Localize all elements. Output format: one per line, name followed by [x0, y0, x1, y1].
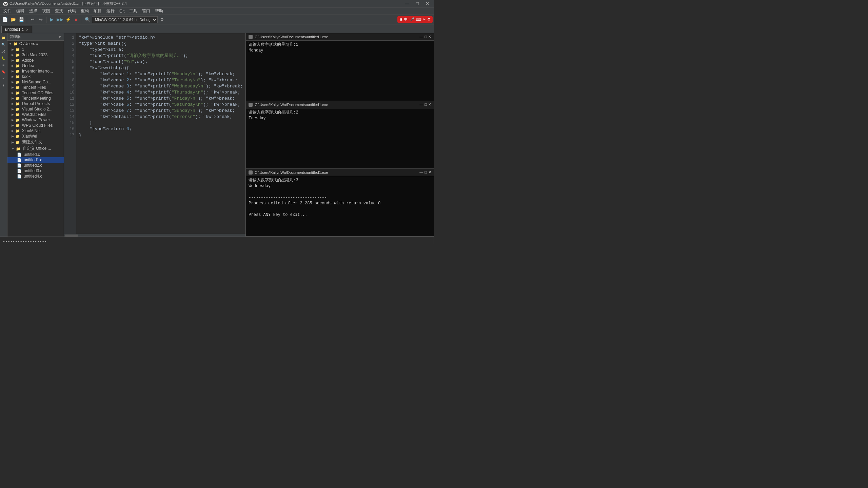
tab-close-button[interactable]: ✕ [26, 28, 28, 32]
file-tree-panel: 管理器 ▼ ▼ 📁 C:/Users » ▶📁 1▶📁 3ds Max 2023… [7, 33, 64, 237]
undo-button[interactable]: ↩ [29, 16, 36, 23]
tree-item[interactable]: ▶📁 3ds Max 2023 [7, 52, 64, 58]
term-min-1[interactable]: — [419, 102, 423, 107]
term-close-0[interactable]: ✕ [428, 35, 431, 39]
tree-root[interactable]: ▼ 📁 C:/Users » [7, 41, 64, 47]
terminal-body-0[interactable]: 请输入数字形式的星期几:1Monday [246, 41, 434, 101]
line-number: 4 [64, 53, 75, 59]
compile-run-button[interactable]: ⚡ [64, 16, 72, 23]
debug-side-icon[interactable]: 🐛 [0, 55, 6, 61]
tree-item[interactable]: ▶📁 Tencent Files [7, 85, 64, 90]
struct-icon[interactable]: ≡ [0, 62, 6, 68]
close-button[interactable]: ✕ [423, 1, 431, 6]
sogou-icon3[interactable]: ✂ [423, 17, 426, 22]
filter-icon[interactable]: ▼ [58, 35, 62, 39]
menu-item-文件[interactable]: 文件 [1, 7, 14, 15]
menu-item-视图[interactable]: 视图 [40, 7, 52, 15]
tree-item[interactable]: ▶📁 1 [7, 47, 64, 52]
tree-item[interactable]: ▶📁 WeChat Files [7, 112, 64, 117]
term-close-1[interactable]: ✕ [428, 102, 431, 107]
sogou-icon2[interactable]: ⌨ [416, 17, 421, 22]
menu-item-帮助[interactable]: 帮助 [153, 7, 165, 15]
tree-item[interactable]: ▶📁 Unreal Projects [7, 101, 64, 106]
term-max-0[interactable]: □ [425, 35, 427, 39]
menu-item-编辑[interactable]: 编辑 [14, 7, 26, 15]
tab-untitled1c[interactable]: untitled1.c ✕ [1, 26, 32, 33]
terminal-body-2[interactable]: 请输入数字形式的星期几:3Wednesday -----------------… [246, 176, 434, 236]
tree-item[interactable]: 📄 untitled4.c [7, 174, 64, 179]
tree-arrow: ▶ [12, 69, 14, 73]
tree-item[interactable]: 📄 untitled.c [7, 152, 64, 157]
tree-label: WindowsPower... [22, 118, 53, 122]
tree-label: Adobe [22, 58, 34, 63]
tree-item[interactable]: ▶📁 Adobe [7, 58, 64, 63]
run-button[interactable]: ▶▶ [56, 16, 64, 23]
tree-item[interactable]: ▶📁 XiaoWei [7, 134, 64, 139]
line-numbers: 1234567891011121314151617 [64, 33, 76, 234]
tree-item[interactable]: ▶📁 新建文件夹 [7, 139, 64, 145]
menu-item-工具[interactable]: 工具 [127, 7, 139, 15]
bottom-panel: ------------------- 错误数: 0- 警告数: 0- 输出文件… [0, 237, 434, 244]
terminal-body-1[interactable]: 请输入数字形式的星期几:2Tuesday [246, 108, 434, 168]
tree-item[interactable]: ▶📁 WPS Cloud Files [7, 123, 64, 128]
redo-button[interactable]: ↪ [37, 16, 44, 23]
menu-item-运行[interactable]: 运行 [104, 7, 117, 15]
tree-item[interactable]: 📄 untitled3.c [7, 168, 64, 174]
term-max-2[interactable]: □ [425, 170, 427, 175]
sogou-mic[interactable]: 🎤 [410, 17, 415, 22]
save-button[interactable]: 💾 [18, 16, 25, 23]
code-line: "kw">case 5: "func">printf("Friday\n"); … [79, 96, 243, 102]
menu-item-查找[interactable]: 查找 [53, 7, 65, 15]
maximize-button[interactable]: □ [414, 1, 421, 6]
term-close-2[interactable]: ✕ [428, 170, 431, 175]
menu-item-代码[interactable]: 代码 [66, 7, 78, 15]
settings-icon[interactable]: ⚙ [158, 16, 166, 23]
tree-item[interactable]: ▶📁 Gridea [7, 63, 64, 68]
tree-arrow: ▶ [12, 141, 14, 144]
tree-item[interactable]: ▶📁 TencentMeeting [7, 96, 64, 101]
tree-item[interactable]: ▶📁 Inventor Interro... [7, 68, 64, 74]
search-icon[interactable]: 🔍 [0, 41, 6, 47]
stop-button[interactable]: ■ [73, 16, 80, 23]
file-icon: 📄 [17, 163, 22, 168]
compile-button[interactable]: ▶ [48, 16, 56, 23]
menu-item-窗口[interactable]: 窗口 [140, 7, 152, 15]
editor-scrollbar[interactable] [64, 234, 246, 237]
bookmark-icon[interactable]: 🔖 [0, 68, 6, 75]
files-icon[interactable]: 📁 [0, 35, 6, 41]
tree-label: WeChat Files [22, 112, 46, 117]
tree-item[interactable]: ▶📁 Visual Studio 2... [7, 106, 64, 112]
term-icon-2 [249, 170, 253, 175]
new-file-button[interactable]: 📄 [1, 16, 9, 23]
menu-item-重构[interactable]: 重构 [79, 7, 91, 15]
tree-arrow: ▶ [12, 135, 14, 138]
menu-item-项目[interactable]: 项目 [92, 7, 104, 15]
scroll-thumb[interactable] [65, 235, 78, 237]
compiler-selector[interactable]: MinGW GCC 11.2.0 64-bit Debug [92, 16, 158, 23]
terminal-line: Tuesday [249, 116, 431, 121]
term-min-0[interactable]: — [419, 35, 423, 39]
menu-item-选择[interactable]: 选择 [27, 7, 39, 15]
tree-item[interactable]: ▶📁 NetSarang Co... [7, 79, 64, 85]
tree-item[interactable]: ▶📁 Tencent OD Files [7, 90, 64, 96]
code-content[interactable]: "kw">#include "str"><stdio.h>"type">int … [76, 33, 246, 234]
tree-item[interactable]: 📄 untitled2.c [7, 163, 64, 168]
git-icon[interactable]: ⎇ [0, 48, 6, 54]
tree-item[interactable]: ▶📁 XiaoMiNet [7, 128, 64, 134]
todo-icon[interactable]: ✓ [0, 75, 6, 81]
menu-item-Git[interactable]: Git [117, 8, 126, 14]
term-max-1[interactable]: □ [425, 102, 427, 107]
code-line: } [79, 120, 243, 126]
minimize-button[interactable]: — [403, 1, 411, 6]
code-editor[interactable]: 1234567891011121314151617 "kw">#include … [64, 33, 246, 234]
tree-item[interactable]: 📄 untitled1.c [7, 157, 64, 163]
tree-item[interactable]: ▶📁 kook [7, 74, 64, 79]
code-line: "kw">switch(a){ [79, 65, 243, 71]
open-file-button[interactable]: 📂 [9, 16, 17, 23]
info-icon[interactable]: ℹ [0, 82, 6, 88]
term-min-2[interactable]: — [419, 170, 423, 175]
tree-item[interactable]: ▶📁 WindowsPower... [7, 117, 64, 123]
sogou-icon4[interactable]: ⚙ [427, 17, 431, 22]
debug-button[interactable]: 🔍 [84, 16, 91, 23]
tree-item[interactable]: ▼📁 自定义 Office ... [7, 145, 64, 152]
